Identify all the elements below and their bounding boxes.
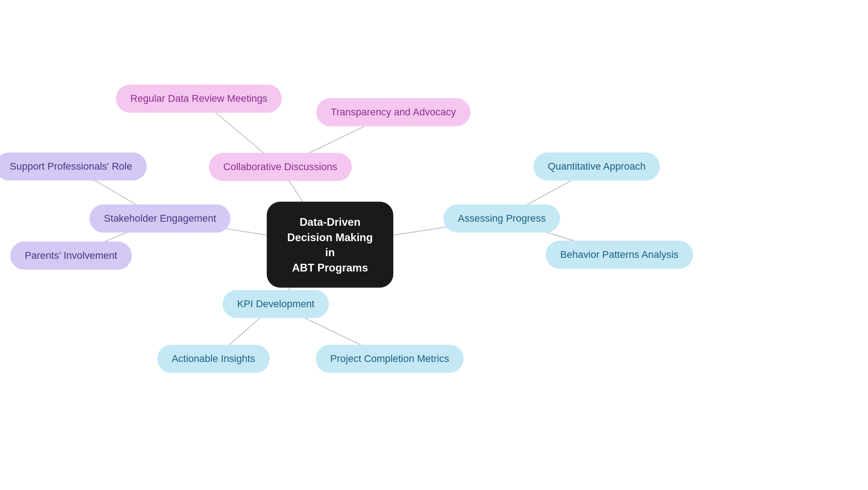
- node-regular_data_review[interactable]: Regular Data Review Meetings: [116, 85, 282, 113]
- node-kpi_development[interactable]: KPI Development: [222, 290, 329, 318]
- node-behavior_patterns[interactable]: Behavior Patterns Analysis: [546, 241, 693, 269]
- node-assessing_progress[interactable]: Assessing Progress: [443, 205, 560, 233]
- node-parents_involvement[interactable]: Parents' Involvement: [10, 242, 132, 270]
- node-actionable_insights[interactable]: Actionable Insights: [157, 345, 270, 373]
- connection-lines: [0, 0, 868, 490]
- node-collaborative_discussions[interactable]: Collaborative Discussions: [209, 153, 352, 181]
- node-project_completion[interactable]: Project Completion Metrics: [316, 345, 464, 373]
- node-support_professionals[interactable]: Support Professionals' Role: [0, 152, 146, 181]
- node-stakeholder_engagement[interactable]: Stakeholder Engagement: [90, 205, 231, 233]
- node-quantitative_approach[interactable]: Quantitative Approach: [533, 152, 660, 181]
- node-center[interactable]: Data-Driven Decision Making inABT Progra…: [267, 202, 393, 288]
- mindmap-canvas: Data-Driven Decision Making inABT Progra…: [0, 0, 868, 490]
- node-transparency_advocacy[interactable]: Transparency and Advocacy: [316, 98, 471, 126]
